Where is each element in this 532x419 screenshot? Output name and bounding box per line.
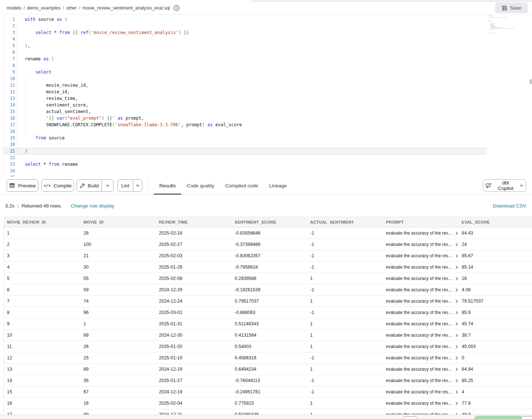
column-header-movie-review-id[interactable]: MOVIE_REVIEW_ID [4,220,81,224]
compile-button[interactable]: </> Compile [41,179,74,192]
code-line[interactable]: movie_review_id, [25,82,242,89]
code-line[interactable] [25,168,242,174]
prompt-expand-chevron-icon[interactable] [455,231,458,235]
table-row: 8962025-03-01-0.869063-1evaluate the acc… [4,307,532,318]
code-line[interactable] [25,154,242,161]
code-line[interactable]: '{{ var("eval_prompt") }}' as prompt, [25,115,242,121]
prompt-preview-text: evaluate the accuracy of the res… [386,367,453,372]
change-row-display-link[interactable]: Change row display [71,203,114,209]
lint-button-group: Lint [118,179,142,192]
code-line[interactable] [25,23,242,29]
code-content[interactable]: with source as ( select * from {{ ref('m… [25,16,242,177]
column-header-sentiment-score[interactable]: SENTIMENT_SCORE [232,220,307,224]
code-line[interactable]: sentiment_score, [25,102,242,108]
code-line[interactable]: select * from rename [25,161,242,168]
table-cell: 1 [307,401,383,406]
lint-button[interactable]: Lint [118,180,133,191]
prompt-expand-chevron-icon[interactable] [455,356,458,360]
table-cell: 0.79517037 [232,299,307,304]
prompt-expand-chevron-icon[interactable] [455,277,458,281]
prompt-expand-chevron-icon[interactable] [455,254,458,258]
tab-code-quality[interactable]: Code quality [181,177,220,194]
code-line[interactable] [25,62,242,69]
footer-partial-button[interactable] [403,416,417,419]
prompt-preview-text: evaluate the accuracy of the res… [386,344,453,349]
prompt-expand-chevron-icon[interactable] [455,379,458,383]
indent-guide [17,23,17,148]
code-line[interactable]: SNOWFLAKE.CORTEX.COMPLETE('snowflake-lla… [25,121,242,128]
code-line[interactable]: movie_id, [25,89,242,95]
table-cell: 2024-12-24 [156,299,232,304]
prompt-expand-chevron-icon[interactable] [455,390,458,394]
code-line[interactable]: actual_sentiment, [25,108,242,115]
prompt-expand-chevron-icon[interactable] [455,333,458,337]
table-cell: -1 [307,287,383,292]
wrench-icon [79,183,85,188]
tab-compiled-code[interactable]: Compiled code [220,177,264,194]
table-cell: -0.24951781 [232,389,307,394]
code-line[interactable]: with source as ( [25,16,242,23]
code-line[interactable] [488,34,529,35]
tab-results[interactable]: Results [154,177,181,194]
code-editor[interactable]: 1234567891011121314151617181920212223242… [0,15,532,177]
table-row: 13892024-12-190.64942341evaluate the acc… [4,364,532,375]
column-header-review-time[interactable]: REVIEW_TIME [156,220,232,224]
prompt-expand-chevron-icon[interactable] [455,322,458,326]
prompt-cell: evaluate the accuracy of the res… [383,401,459,406]
column-header-movie-id[interactable]: MOVIE_ID [81,220,156,224]
code-minimap[interactable]: with source as ( select * from {{ ref('m… [488,15,529,47]
code-line[interactable]: ) [25,148,242,154]
code-line[interactable] [25,49,242,56]
code-line[interactable] [25,141,242,148]
code-line[interactable]: rename as ( [25,56,242,62]
table-cell: 2024-12-29 [156,287,232,292]
code-line[interactable]: select * from {{ ref('movie_review_senti… [25,29,242,36]
dbt-copilot-button[interactable]: dbt Copilot [483,179,526,192]
code-line[interactable]: select [25,69,242,75]
lint-dropdown-chevron[interactable] [133,180,142,191]
build-label: Build [88,183,98,188]
prompt-cell: evaluate the accuracy of the res… [383,242,459,247]
build-dropdown-chevron[interactable] [101,180,113,191]
tab-lineage[interactable]: Lineage [264,177,292,194]
line-number: 19 [0,135,15,141]
column-header-actual-sentiment[interactable]: ACTUAL_SENTIMENT [307,220,383,224]
breadcrumb-segment[interactable]: other [66,5,77,11]
editor-scrollbar-thumb[interactable] [530,79,532,84]
prompt-expand-chevron-icon[interactable] [455,265,458,269]
breadcrumb-segment[interactable]: demo_examples [27,5,61,11]
build-button[interactable]: Build [77,180,101,191]
code-line[interactable] [25,174,242,177]
download-csv-link[interactable]: Download CSV [492,203,526,209]
code-line[interactable]: ), [25,42,242,49]
prompt-expand-chevron-icon[interactable] [455,288,458,292]
eval-score-cell: 85.67 [459,253,532,258]
breadcrumb-action-icon[interactable] [173,5,180,11]
line-number: 1 [0,16,15,23]
code-line[interactable]: from source [25,135,242,141]
line-number: 16 [0,115,15,121]
code-line[interactable]: review_time, [25,95,242,102]
table-row: 16162025-02-040.7759231evaluate the accu… [4,398,532,409]
preview-button[interactable]: Preview [7,179,38,192]
prompt-expand-chevron-icon[interactable] [455,299,458,303]
column-header-prompt[interactable]: PROMPT [383,220,459,224]
table-cell: 1 [307,276,383,281]
footer-partial-green-button[interactable] [474,416,523,419]
prompt-expand-chevron-icon[interactable] [455,243,458,247]
code-line[interactable] [25,36,242,42]
breadcrumb-segment[interactable]: models [7,5,21,11]
breadcrumb-segment-filename[interactable]: movie_review_sentiment_analysis_eval.sql [82,5,170,11]
code-line[interactable] [25,75,242,82]
table-cell: 2024-12-30 [156,333,232,338]
column-header-eval-score[interactable]: EVAL_SCORE [459,220,532,224]
prompt-expand-chevron-icon[interactable] [455,367,458,371]
eval-score-cell: 85.9 [459,310,532,315]
line-number: 22 [0,154,15,161]
prompt-expand-chevron-icon[interactable] [455,345,458,349]
footer-partial-button[interactable] [521,416,532,419]
prompt-expand-chevron-icon[interactable] [455,311,458,315]
code-line[interactable] [25,128,242,135]
prompt-expand-chevron-icon[interactable] [455,401,458,405]
save-button[interactable]: Save [495,3,528,13]
